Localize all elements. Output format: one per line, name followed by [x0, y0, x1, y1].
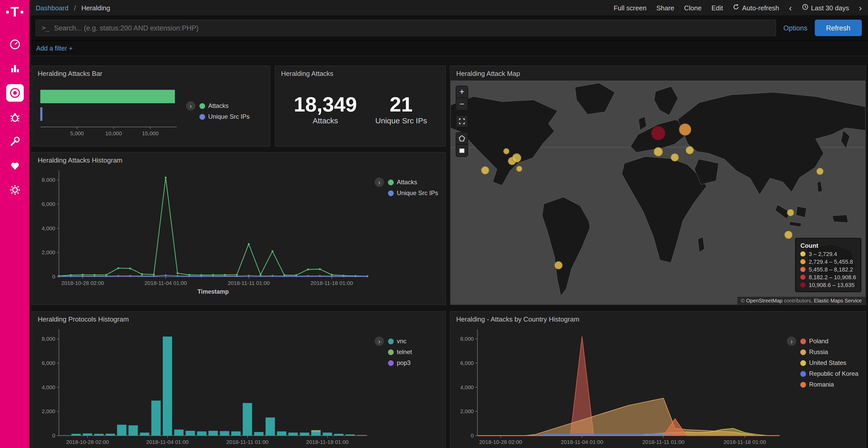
breadcrumb: Dashboard / Heralding	[36, 4, 110, 12]
zoom-in-button[interactable]: +	[456, 86, 468, 98]
map-count-legend: Count 3 – 2,729.42,729.4 – 5,455.85,455.…	[796, 238, 862, 292]
legend-item[interactable]: Unique Src IPs	[388, 189, 440, 197]
svg-text:2018-11-11 01:00: 2018-11-11 01:00	[226, 439, 269, 445]
legend-item[interactable]: Romania	[800, 381, 860, 388]
svg-text:4,000: 4,000	[41, 384, 55, 390]
openstreetmap-link[interactable]: OpenStreetMap	[746, 298, 782, 304]
sidebar-item-health[interactable]	[6, 157, 24, 174]
sidebar-item-settings[interactable]	[6, 181, 24, 199]
svg-text:Timestamp: Timestamp	[197, 288, 228, 295]
refresh-button[interactable]: Refresh	[814, 20, 862, 36]
chevron-right-icon[interactable]: ›	[859, 3, 862, 12]
legend-toggle-icon[interactable]: ›	[375, 177, 384, 187]
map-legend-title: Count	[801, 242, 857, 249]
fit-bounds-icon[interactable]	[456, 115, 468, 128]
legend-item[interactable]: Russia	[800, 348, 860, 356]
breadcrumb-dashboard-link[interactable]: Dashboard	[36, 4, 68, 12]
legend-color-dot	[388, 349, 394, 355]
map-legend-color-dot	[801, 267, 806, 272]
sidebar-item-tools[interactable]	[6, 133, 24, 150]
sidebar-item-analytics[interactable]	[6, 60, 24, 77]
country-histogram-chart[interactable]: 02,0004,0006,0008,0002018-10-28 02:00201…	[454, 324, 785, 448]
breadcrumb-current: Heralding	[82, 4, 110, 12]
legend-label: telnet	[397, 348, 412, 356]
svg-text:10,000: 10,000	[105, 130, 122, 136]
share-button[interactable]: Share	[656, 4, 674, 12]
panel-title: Heralding Attacks Bar	[32, 66, 270, 78]
legend-item[interactable]: Attacks	[199, 102, 265, 109]
logo-dot	[6, 11, 9, 13]
time-range-picker[interactable]: Last 30 days	[802, 4, 849, 12]
chevron-left-icon[interactable]: ‹	[789, 3, 792, 12]
legend-color-dot	[199, 103, 205, 109]
options-link[interactable]: Options	[783, 24, 807, 32]
legend-color-dot	[388, 190, 394, 196]
protocols-histogram-chart[interactable]: 02,0004,0006,0008,0002018-10-28 02:00201…	[35, 324, 373, 448]
attack-map-marker[interactable]	[503, 148, 509, 154]
attack-map-marker[interactable]	[685, 146, 693, 154]
legend-item[interactable]: vnc	[388, 338, 440, 345]
bug-icon	[8, 111, 21, 123]
map-legend-range-label: 10,908.6 – 13,635	[809, 282, 855, 288]
auto-refresh-button[interactable]: Auto-refresh	[733, 4, 779, 12]
sidebar-item-honeypot[interactable]	[6, 108, 24, 126]
legend-toggle-icon[interactable]: ›	[186, 101, 195, 110]
attack-map-marker[interactable]	[517, 166, 523, 172]
search-input[interactable]	[54, 24, 776, 32]
attack-map-marker[interactable]	[671, 153, 679, 162]
clone-button[interactable]: Clone	[684, 4, 702, 12]
legend-item[interactable]: Unique Src IPs	[199, 113, 265, 120]
legend-color-dot	[800, 371, 806, 377]
map-legend-range-label: 8,182.2 – 10,908.6	[809, 274, 857, 280]
world-map[interactable]: + −	[451, 80, 865, 305]
attacks-histogram-chart[interactable]: 02,0004,0006,0008,0002018-10-28 02:00201…	[35, 165, 373, 298]
svg-text:2018-10-28 02:00: 2018-10-28 02:00	[66, 439, 109, 445]
legend-item[interactable]: United States	[800, 359, 860, 367]
attacks-bar-chart[interactable]: 5,00010,00015,000	[35, 81, 184, 142]
elastic-maps-link[interactable]: Elastic Maps Service	[814, 298, 862, 304]
telekom-logo[interactable]: T	[6, 5, 23, 19]
legend-item[interactable]: Republic of Korea	[800, 370, 860, 377]
wrench-icon	[8, 135, 21, 148]
attack-map-marker[interactable]	[481, 166, 489, 174]
metric-unique-src-ips: 21 Unique Src IPs	[375, 93, 427, 125]
attack-map-marker[interactable]	[654, 147, 663, 156]
legend-toggle-icon[interactable]: ›	[375, 337, 384, 346]
attack-map-marker[interactable]	[651, 126, 666, 141]
svg-text:2018-11-18 01:00: 2018-11-18 01:00	[311, 280, 353, 286]
panel-attacks-metric: Heralding Attacks 18,349 Attacks 21 Uniq…	[275, 66, 446, 146]
map-legend-color-dot	[801, 251, 806, 256]
edit-button[interactable]: Edit	[711, 4, 723, 12]
attack-map-marker[interactable]	[554, 261, 563, 269]
panel-attack-map: Heralding Attack Map	[450, 66, 866, 305]
attack-map-marker[interactable]	[816, 168, 823, 175]
svg-text:8,000: 8,000	[41, 336, 55, 342]
sidebar-item-security-dashboard[interactable]	[6, 84, 24, 102]
metric-group: 18,349 Attacks 21 Unique Src IPs	[275, 78, 445, 139]
map-legend-row: 5,455.8 – 8,182.2	[801, 266, 857, 273]
legend-item[interactable]: telnet	[388, 348, 440, 356]
panel-title: Heralding Attack Map	[451, 66, 865, 78]
legend-color-dot	[800, 360, 806, 366]
add-filter-link[interactable]: Add a filter +	[36, 45, 72, 52]
attack-map-marker[interactable]	[784, 231, 792, 239]
legend-label: pop3	[397, 359, 410, 367]
legend-item[interactable]: pop3	[388, 359, 440, 367]
svg-text:2018-11-04 01:00: 2018-11-04 01:00	[146, 439, 189, 445]
attack-map-marker[interactable]	[679, 124, 691, 136]
attack-map-marker[interactable]	[787, 209, 795, 216]
polygon-draw-icon[interactable]	[456, 132, 468, 144]
logo-dot	[21, 11, 23, 13]
sidebar-item-dashboard[interactable]	[6, 36, 24, 53]
svg-text:2018-11-04 01:00: 2018-11-04 01:00	[561, 439, 603, 445]
rectangle-draw-icon[interactable]	[456, 144, 468, 157]
attack-map-marker[interactable]	[512, 153, 522, 162]
chart-legend: › AttacksUnique Src IPs	[373, 165, 442, 298]
speedometer-icon	[8, 38, 21, 50]
legend-item[interactable]: Attacks	[388, 179, 440, 186]
zoom-out-button[interactable]: −	[456, 98, 468, 110]
svg-text:2018-11-18 01:00: 2018-11-18 01:00	[723, 439, 766, 445]
legend-toggle-icon[interactable]: ›	[787, 337, 796, 346]
full-screen-button[interactable]: Full screen	[614, 4, 646, 12]
legend-item[interactable]: Poland	[800, 338, 860, 345]
